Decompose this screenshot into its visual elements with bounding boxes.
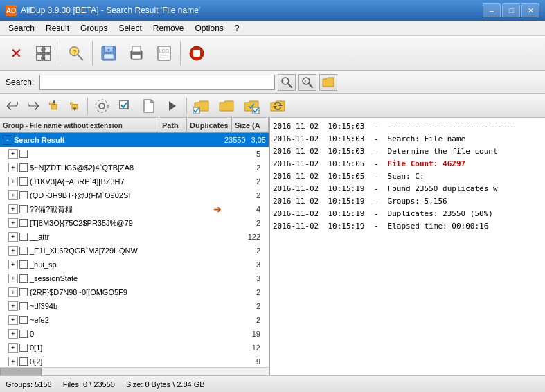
select-checked-button[interactable] bbox=[114, 96, 136, 116]
menu-help[interactable]: ? bbox=[229, 21, 245, 36]
search-prev-button[interactable]: ↑ bbox=[298, 74, 316, 91]
magnifier-icon: ? bbox=[68, 45, 84, 62]
row-checkbox[interactable] bbox=[19, 330, 28, 338]
log-button[interactable]: LOG bbox=[151, 39, 177, 68]
table-row[interactable]: + ??備?戰資糧 ➜ 4 bbox=[0, 202, 269, 216]
folder-button[interactable] bbox=[215, 96, 238, 116]
row-checkbox[interactable] bbox=[19, 233, 28, 241]
col-duplicates[interactable]: Duplicates bbox=[187, 118, 232, 133]
folder-check-button-2[interactable] bbox=[240, 96, 265, 116]
row-checkbox[interactable] bbox=[19, 316, 28, 324]
status-bar: Groups: 5156 Files: 0 \ 23550 Size: 0 By… bbox=[0, 375, 545, 392]
row-checkbox[interactable] bbox=[19, 247, 28, 255]
save-button[interactable]: ▼ bbox=[96, 39, 122, 68]
table-row[interactable]: + 5 bbox=[0, 147, 269, 161]
row-expand[interactable]: + bbox=[8, 315, 18, 325]
table-row[interactable]: + ~efe2 2 bbox=[0, 313, 269, 327]
stop-icon: ✕ bbox=[8, 45, 24, 62]
nav-forward-button[interactable] bbox=[24, 96, 43, 116]
row-expand[interactable]: + bbox=[8, 163, 18, 172]
col-path[interactable]: Path bbox=[159, 118, 187, 133]
stop-button[interactable]: ✕ bbox=[3, 39, 29, 68]
table-row[interactable]: + {2RF}$D7N98~0[[OMGO5F9 2 bbox=[0, 285, 269, 299]
menu-groups[interactable]: Groups bbox=[75, 21, 113, 36]
maximize-button[interactable]: □ bbox=[502, 3, 520, 17]
save-icon: ▼ bbox=[100, 45, 117, 62]
file-panel-hscrollbar[interactable] bbox=[0, 367, 269, 375]
menu-result[interactable]: Result bbox=[40, 21, 75, 36]
log-entry: 2016-11-02 10:15:19 - Duplicates: 23550 … bbox=[273, 208, 542, 220]
search-go-button[interactable] bbox=[278, 74, 296, 91]
table-row[interactable]: + (QD~3H9BT{}@J(FM`O902SI 2 bbox=[0, 188, 269, 202]
menu-remove[interactable]: Remove bbox=[148, 21, 190, 36]
settings-button[interactable] bbox=[91, 96, 113, 116]
grid-button[interactable]: KB MB bbox=[30, 39, 57, 68]
file-button[interactable] bbox=[138, 96, 160, 116]
menu-select[interactable]: Select bbox=[113, 21, 147, 36]
row-checkbox[interactable] bbox=[19, 163, 28, 172]
row-checkbox[interactable] bbox=[19, 344, 28, 352]
row-checkbox[interactable] bbox=[19, 357, 28, 366]
svg-line-25 bbox=[309, 84, 312, 87]
table-row[interactable]: + $~N]ZDTHG6@$2}4`QTB[ZA8 2 bbox=[0, 161, 269, 175]
row-expand[interactable]: + bbox=[8, 274, 18, 283]
close-button[interactable]: ✕ bbox=[521, 3, 539, 17]
nav-down-button[interactable] bbox=[65, 96, 84, 116]
search-folder-button[interactable] bbox=[319, 74, 337, 91]
row-expand[interactable]: + bbox=[8, 232, 18, 242]
table-row[interactable]: + _sessionState 3 bbox=[0, 271, 269, 285]
row-expand[interactable]: + bbox=[8, 177, 18, 186]
row-expand[interactable]: + bbox=[8, 218, 18, 228]
row-checkbox[interactable] bbox=[19, 302, 28, 310]
row-checkbox[interactable] bbox=[19, 288, 28, 296]
folder-check-button-1[interactable] bbox=[190, 96, 213, 116]
table-row[interactable]: + 0 19 bbox=[0, 327, 269, 341]
row-expand[interactable]: + bbox=[8, 357, 18, 366]
stop-red-icon bbox=[188, 45, 205, 62]
col-size[interactable]: Size (A bbox=[232, 118, 269, 133]
row-checkbox[interactable] bbox=[19, 260, 28, 269]
table-row[interactable]: + 0[2] 9 bbox=[0, 355, 269, 367]
row-expand[interactable]: + bbox=[8, 190, 18, 200]
table-row[interactable]: + [T]8M3O}{75C2$PR35J%@79 2 bbox=[0, 216, 269, 230]
root-expand[interactable]: - bbox=[3, 135, 12, 145]
table-row[interactable]: + 0[1] 12 bbox=[0, 341, 269, 355]
row-expand[interactable]: + bbox=[8, 149, 18, 159]
minimize-button[interactable]: – bbox=[483, 3, 501, 17]
table-row[interactable]: + _hui_sp 3 bbox=[0, 258, 269, 271]
row-expand[interactable]: + bbox=[8, 260, 18, 269]
table-row[interactable]: + __attr 122 bbox=[0, 230, 269, 244]
row-expand[interactable]: + bbox=[8, 329, 18, 339]
table-row[interactable]: + (J1KV3]A{~ABRP`4][BZ3H7 2 bbox=[0, 175, 269, 188]
arrow-right-button[interactable] bbox=[161, 96, 184, 116]
status-files: Files: 0 \ 23550 bbox=[63, 380, 115, 389]
row-checkbox[interactable] bbox=[19, 177, 28, 186]
row-expand[interactable]: + bbox=[8, 204, 18, 214]
menu-options[interactable]: Options bbox=[189, 21, 229, 36]
row-checkbox[interactable] bbox=[19, 205, 28, 213]
menu-search[interactable]: Search bbox=[3, 21, 40, 36]
search-input[interactable] bbox=[39, 75, 275, 90]
main-content: Group - File name without extension Path… bbox=[0, 118, 545, 375]
table-row[interactable]: + _E1I_XL6RQGB`M3[729HQNW 2 bbox=[0, 244, 269, 258]
tree-root-row[interactable]: - Search Result 23550 3,05 bbox=[0, 133, 269, 147]
folder-refresh-button[interactable] bbox=[266, 96, 289, 116]
print-button[interactable] bbox=[123, 39, 150, 68]
svg-marker-29 bbox=[53, 100, 56, 103]
nav-up-button[interactable] bbox=[44, 96, 64, 116]
row-checkbox[interactable] bbox=[19, 274, 28, 283]
svg-rect-31 bbox=[70, 103, 73, 105]
file-tree[interactable]: - Search Result 23550 3,05 + 5 + $~N]ZDT… bbox=[0, 133, 269, 367]
col-group[interactable]: Group - File name without extension bbox=[0, 118, 159, 133]
table-row[interactable]: + ~df394b 2 bbox=[0, 299, 269, 313]
new-search-button[interactable]: ? bbox=[63, 39, 89, 68]
nav-back-button[interactable] bbox=[3, 96, 22, 116]
row-expand[interactable]: + bbox=[8, 301, 18, 311]
row-checkbox[interactable] bbox=[19, 219, 28, 227]
row-checkbox[interactable] bbox=[19, 150, 28, 158]
row-expand[interactable]: + bbox=[8, 246, 18, 256]
row-expand[interactable]: + bbox=[8, 343, 18, 353]
row-checkbox[interactable] bbox=[19, 191, 28, 199]
row-expand[interactable]: + bbox=[8, 287, 18, 297]
stop-red-button[interactable] bbox=[184, 39, 210, 68]
